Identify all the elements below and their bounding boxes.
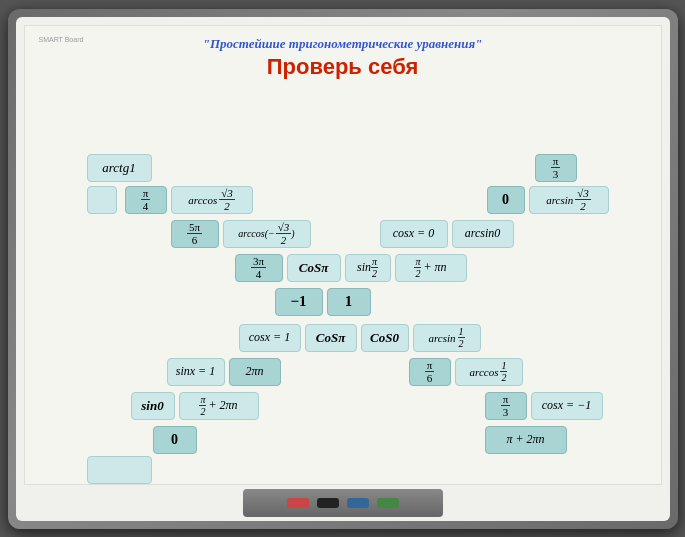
card-pi-2pn[interactable]: π + 2πn <box>485 426 567 454</box>
card-neg1[interactable]: −1 <box>275 288 323 316</box>
card-arcsin-half[interactable]: arcsin12 <box>413 324 481 352</box>
whiteboard-outer: SMART Board "Простейшие тригонометрическ… <box>8 9 678 529</box>
card-cos0[interactable]: CoS0 <box>361 324 409 352</box>
card-cosx-eq-1[interactable]: cosx = 1 <box>239 324 301 352</box>
card-pi4[interactable]: π4 <box>125 186 167 214</box>
marker-blue[interactable] <box>347 498 369 508</box>
card-pi2-2pn[interactable]: π2+ 2πn <box>179 392 259 420</box>
card-arccos-sqrt3-2[interactable]: arccos√32 <box>171 186 253 214</box>
card-arctg1[interactable]: arctg1 <box>87 154 152 182</box>
card-pi2-pn[interactable]: π2+ πn <box>395 254 467 282</box>
brand-logo: SMART Board <box>39 36 84 43</box>
card-arcsin-sqrt3-2[interactable]: arcsin√32 <box>529 186 609 214</box>
card-pi6[interactable]: π6 <box>409 358 451 386</box>
card-cospi[interactable]: CoSπ <box>287 254 341 282</box>
card-zero-left[interactable]: 0 <box>153 426 197 454</box>
card-empty-left-bottom <box>87 456 152 484</box>
marker-black[interactable] <box>317 498 339 508</box>
card-pi3-bottom[interactable]: π3 <box>485 392 527 420</box>
card-sin0[interactable]: sin0 <box>131 392 175 420</box>
card-pi3-top[interactable]: π3 <box>535 154 577 182</box>
card-zero-right[interactable]: 0 <box>487 186 525 214</box>
whiteboard-inner: SMART Board "Простейшие тригонометрическ… <box>16 17 670 521</box>
card-arccos-neg-sqrt3-2[interactable]: arccos(−√32) <box>223 220 311 248</box>
card-5pi6[interactable]: 5π6 <box>171 220 219 248</box>
card-arcsin0[interactable]: arcsin0 <box>452 220 514 248</box>
card-sin-pi2[interactable]: sinπ2 <box>345 254 391 282</box>
card-cospi2[interactable]: CoSπ <box>305 324 357 352</box>
card-3pi4[interactable]: 3π4 <box>235 254 283 282</box>
subtitle: "Простейшие тригонометрические уравнения… <box>25 36 661 52</box>
card-2pn[interactable]: 2πn <box>229 358 281 386</box>
card-cosx-neg1[interactable]: cosx = −1 <box>531 392 603 420</box>
board-surface: SMART Board "Простейшие тригонометрическ… <box>24 25 662 485</box>
main-title: Проверь себя <box>25 54 661 80</box>
card-empty-left-top <box>87 186 117 214</box>
card-cosx-eq-0[interactable]: cosx = 0 <box>380 220 448 248</box>
marker-red[interactable] <box>287 498 309 508</box>
marker-tray <box>243 489 443 517</box>
card-arccos-half[interactable]: arccos12 <box>455 358 523 386</box>
card-1[interactable]: 1 <box>327 288 371 316</box>
marker-green[interactable] <box>377 498 399 508</box>
card-sinx-eq-1[interactable]: sinx = 1 <box>167 358 225 386</box>
